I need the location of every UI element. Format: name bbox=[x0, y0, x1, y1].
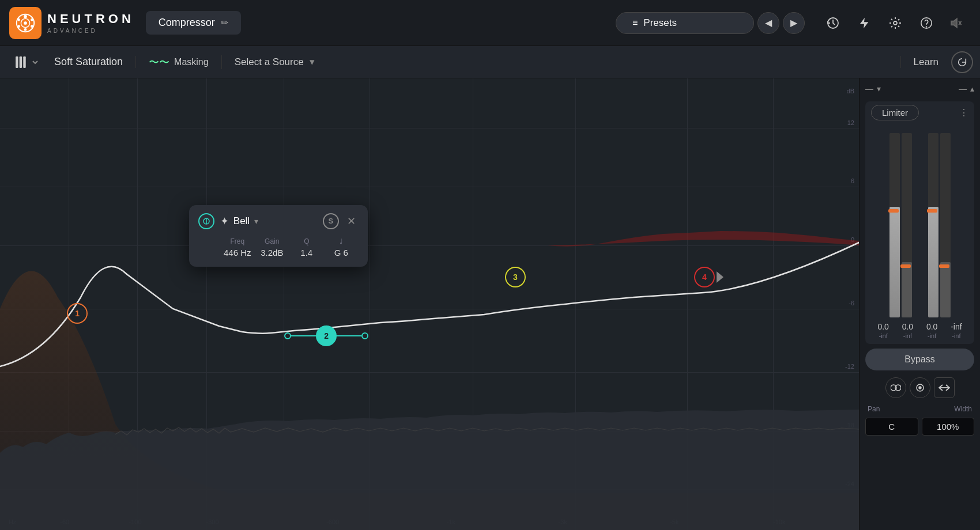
meter-handle-l1[interactable] bbox=[888, 209, 899, 213]
svg-point-8 bbox=[24, 21, 27, 25]
next-preset-button[interactable]: ▶ bbox=[783, 12, 805, 34]
svg-point-2 bbox=[24, 14, 27, 18]
band2-handle-left[interactable] bbox=[284, 332, 291, 339]
right-level-labels: 0.0 -inf bbox=[902, 322, 913, 339]
right-arrow-up-1[interactable]: ▴ bbox=[970, 84, 974, 93]
lightning-button[interactable] bbox=[851, 10, 877, 36]
band3-node[interactable]: 3 bbox=[505, 267, 526, 287]
band1-node[interactable]: 1 bbox=[67, 303, 88, 324]
right-arrow-down-1[interactable]: ▾ bbox=[877, 84, 881, 93]
dash-icon-2: — bbox=[959, 84, 967, 93]
width-text-label: Width bbox=[954, 405, 972, 413]
bypass-label: Bypass bbox=[904, 354, 934, 364]
meter-spacer bbox=[915, 128, 925, 317]
note-value[interactable]: G 6 bbox=[324, 248, 359, 258]
svg-marker-10 bbox=[860, 17, 869, 28]
module-button[interactable]: Compressor ✏ bbox=[146, 11, 241, 35]
meter-handle-l2[interactable] bbox=[900, 264, 911, 268]
eq-canvas[interactable]: 12 6 0 -6 -12 -18 -24 dB Hz -60 -100 -30… bbox=[0, 78, 859, 530]
popup-type-label: Bell bbox=[233, 215, 250, 227]
masking-label: Masking bbox=[174, 57, 209, 67]
app-subtitle: ADVANCED bbox=[47, 28, 134, 34]
meter-bar-l2[interactable] bbox=[902, 133, 912, 317]
speaker-button[interactable] bbox=[944, 10, 971, 36]
svg-rect-19 bbox=[23, 56, 25, 68]
bypass-button[interactable]: Bypass bbox=[865, 349, 974, 370]
left-output-value: 0.0 bbox=[877, 322, 888, 331]
pan-value-box[interactable]: C bbox=[865, 418, 918, 436]
popup-close-button[interactable]: ✕ bbox=[345, 214, 359, 228]
eq-curve-svg bbox=[0, 78, 859, 530]
top-bar: NEUTRON ADVANCED Compressor ✏ ≡ Presets … bbox=[0, 0, 980, 46]
pencil-icon: ✏ bbox=[221, 17, 228, 28]
limiter-label[interactable]: Limiter bbox=[871, 105, 919, 120]
source-chevron-icon: ▾ bbox=[310, 56, 315, 68]
left-channel-meters bbox=[889, 128, 912, 317]
popup-type-button[interactable]: ✦ Bell ▾ bbox=[220, 215, 317, 228]
select-source-button[interactable]: Select a Source ▾ bbox=[222, 56, 901, 68]
limiter-header: Limiter ⋮ bbox=[871, 105, 968, 120]
right-output-value: 0.0 bbox=[902, 322, 913, 331]
q-label: Q bbox=[289, 237, 324, 245]
app-title: NEUTRON bbox=[47, 12, 134, 26]
logo-icon bbox=[9, 7, 42, 39]
module-label: Compressor bbox=[159, 17, 215, 29]
meter-handle-r1[interactable] bbox=[927, 209, 937, 213]
right-out-value: 0.0 bbox=[926, 322, 937, 331]
learn-button[interactable]: Learn bbox=[901, 56, 951, 68]
q-value[interactable]: 1.4 bbox=[289, 248, 324, 258]
popup-enable-button[interactable] bbox=[198, 213, 214, 229]
band2-popup: ✦ Bell ▾ S ✕ Freq Gain Q ♩ 446 Hz 3.2dB … bbox=[189, 205, 368, 267]
reset-button[interactable] bbox=[951, 51, 973, 73]
top-icons bbox=[820, 10, 971, 36]
right-out-label: -inf bbox=[928, 332, 936, 339]
popup-chevron-icon: ▾ bbox=[254, 217, 258, 226]
soft-saturation-label: Soft Saturation bbox=[47, 56, 136, 68]
meter-bar-r1[interactable] bbox=[928, 133, 938, 317]
svg-point-4 bbox=[31, 25, 33, 28]
svg-point-5 bbox=[24, 28, 27, 31]
meter-bar-l1[interactable] bbox=[889, 133, 900, 317]
popup-solo-button[interactable]: S bbox=[323, 213, 339, 229]
limiter-menu-icon[interactable]: ⋮ bbox=[959, 107, 968, 118]
prev-preset-button[interactable]: ◀ bbox=[757, 12, 779, 34]
limiter-section: Limiter ⋮ bbox=[865, 101, 974, 344]
presets-label: Presets bbox=[643, 17, 677, 29]
hamburger-icon: ≡ bbox=[632, 18, 638, 28]
width-value-box[interactable]: 100% bbox=[922, 418, 975, 436]
settings-button[interactable] bbox=[882, 10, 909, 36]
popup-params: Freq Gain Q ♩ 446 Hz 3.2dB 1.4 G 6 bbox=[220, 237, 359, 258]
band2-node[interactable]: 2 bbox=[316, 325, 337, 346]
main-area: 12 6 0 -6 -12 -18 -24 dB Hz -60 -100 -30… bbox=[0, 78, 980, 530]
right-gain-value: -inf bbox=[903, 332, 912, 339]
right-inf-labels: -inf -inf bbox=[951, 322, 962, 339]
freq-value[interactable]: 446 Hz bbox=[220, 248, 255, 258]
gain-value[interactable]: 3.2dB bbox=[255, 248, 289, 258]
svg-rect-18 bbox=[20, 56, 22, 68]
freq-label: Freq bbox=[220, 237, 255, 245]
mono-button[interactable] bbox=[910, 377, 930, 398]
svg-rect-20 bbox=[0, 78, 859, 245]
popup-header: ✦ Bell ▾ S ✕ bbox=[198, 213, 359, 229]
presets-button[interactable]: ≡ Presets bbox=[616, 12, 754, 34]
right-channel-meters bbox=[928, 128, 951, 317]
band4-node[interactable]: 4 bbox=[694, 267, 715, 287]
meter-handle-r2[interactable] bbox=[939, 264, 949, 268]
masking-button[interactable]: 〜〜 Masking bbox=[136, 55, 222, 69]
grid-button[interactable] bbox=[7, 56, 47, 69]
inf-label: -inf bbox=[952, 332, 960, 339]
band2-handle-right[interactable] bbox=[361, 332, 368, 339]
inf-value: -inf bbox=[951, 322, 962, 331]
history-button[interactable] bbox=[820, 10, 846, 36]
meter-bar-r2[interactable] bbox=[940, 133, 951, 317]
logo-area: NEUTRON ADVANCED bbox=[9, 7, 134, 39]
help-button[interactable] bbox=[913, 10, 940, 36]
meter-labels: 0.0 -inf 0.0 -inf 0.0 -inf -inf -inf bbox=[871, 321, 968, 340]
width-expand-button[interactable] bbox=[934, 377, 955, 398]
pan-width-values: C 100% bbox=[865, 418, 974, 436]
pan-link-button[interactable] bbox=[885, 377, 906, 398]
left-level-labels: 0.0 -inf bbox=[877, 322, 888, 339]
pan-width-controls bbox=[865, 375, 974, 400]
star-icon: ✦ bbox=[220, 215, 229, 228]
svg-marker-14 bbox=[951, 18, 957, 27]
